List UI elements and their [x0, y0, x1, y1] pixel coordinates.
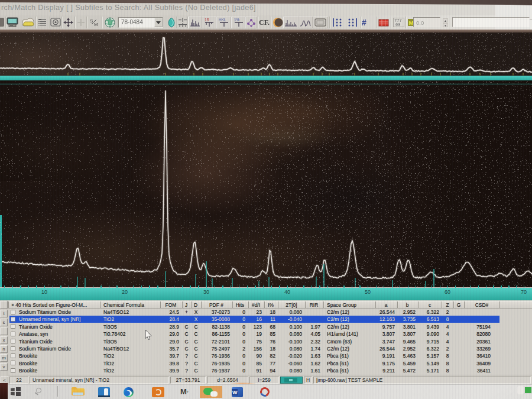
- svg-text:HKL: HKL: [219, 18, 226, 22]
- svg-text:M: M: [94, 22, 98, 27]
- svg-text:S: S: [90, 18, 93, 24]
- svg-text:1%: 1%: [234, 18, 240, 22]
- svg-text:1R: 1R: [205, 18, 210, 22]
- svg-text:00: 00: [395, 22, 400, 27]
